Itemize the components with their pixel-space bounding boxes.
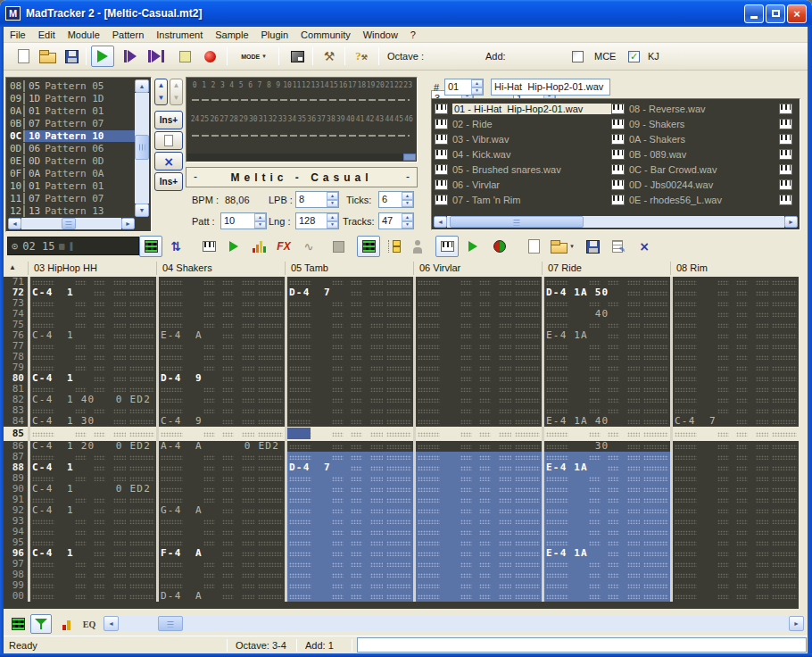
cell-t3-r97[interactable] bbox=[285, 559, 413, 570]
track-header-1[interactable]: 03 HipHop HH bbox=[34, 262, 97, 273]
menu-item-window[interactable]: Window bbox=[357, 29, 404, 41]
sample-list-row[interactable]: 06 - Virvlar0D - Jbs00244.wav bbox=[432, 177, 800, 192]
menu-item-sample[interactable]: Sample bbox=[209, 29, 254, 41]
piano-icon[interactable] bbox=[435, 195, 448, 205]
piano-icon[interactable] bbox=[779, 164, 792, 175]
cell-t4-r72[interactable] bbox=[413, 287, 542, 298]
spin-down-icon[interactable]: ▼ bbox=[402, 221, 413, 229]
cell-t4-r95[interactable] bbox=[413, 537, 542, 548]
cell-t5-r77[interactable] bbox=[542, 341, 670, 352]
cell-t3-r93[interactable] bbox=[285, 516, 413, 527]
spin-down-icon[interactable]: ▼ bbox=[327, 221, 338, 229]
cell-t4-r86[interactable] bbox=[413, 441, 542, 452]
cell-t4-r75[interactable] bbox=[413, 320, 542, 330]
piano-icon[interactable] bbox=[611, 164, 625, 175]
cell-t6-r74[interactable] bbox=[670, 309, 799, 320]
menu-item-community[interactable]: Community bbox=[294, 29, 357, 41]
maximize-button[interactable] bbox=[766, 4, 785, 23]
scroll-left-icon[interactable]: ◄ bbox=[8, 218, 21, 229]
cell-t5-r98[interactable] bbox=[542, 570, 670, 580]
ticks-value[interactable]: 6 bbox=[379, 192, 402, 207]
pattern-order-hscrollbar[interactable]: ◄ ► bbox=[8, 218, 135, 229]
sample-name-input[interactable]: Hi-Hat Hip-Hop2-01.wav bbox=[491, 79, 610, 96]
cell-t3-r85[interactable] bbox=[285, 427, 413, 441]
pattern-order-row[interactable]: 1107Pattern 07 bbox=[8, 192, 135, 204]
stop-button[interactable] bbox=[173, 46, 196, 67]
spin-up-icon[interactable]: ▲ bbox=[402, 213, 413, 221]
sample-item[interactable]: 08 - Reverse.wav bbox=[629, 104, 779, 114]
cell-t1-r99[interactable] bbox=[28, 580, 156, 591]
kj-checkbox[interactable]: ✓ bbox=[628, 46, 640, 67]
cell-t6-r91[interactable] bbox=[670, 495, 799, 505]
arrow-up-icon[interactable]: ▲ bbox=[158, 82, 165, 89]
cell-t5-r91[interactable] bbox=[542, 495, 670, 505]
cell-t5-r93[interactable] bbox=[542, 516, 670, 527]
cell-t6-r82[interactable] bbox=[670, 395, 799, 405]
spin-down-icon[interactable]: ▼ bbox=[254, 221, 266, 229]
close-button[interactable]: × bbox=[787, 4, 807, 23]
pattern-order-row[interactable]: 0F0APattern 0A bbox=[8, 167, 135, 179]
cell-t3-r80[interactable] bbox=[285, 373, 413, 384]
cell-t3-r72[interactable]: D-4 7 bbox=[285, 287, 413, 298]
cell-t4-r89[interactable] bbox=[413, 473, 542, 484]
pattern-order-row[interactable]: 0805Pattern 05 bbox=[8, 79, 135, 92]
cell-t1-r86[interactable]: C-4 1 20 0 ED2 bbox=[28, 441, 156, 452]
cell-t5-r81[interactable] bbox=[542, 384, 670, 395]
cell-t3-r99[interactable] bbox=[285, 580, 413, 591]
cell-t5-r80[interactable] bbox=[542, 373, 670, 384]
sample-list-row[interactable]: 07 - Tam 'n Rim0E - rhodes56_L.wav bbox=[432, 192, 800, 207]
cell-t4-r00[interactable] bbox=[413, 591, 542, 602]
sample-view-button[interactable] bbox=[435, 236, 459, 257]
cell-t2-r80[interactable]: D-4 9 bbox=[156, 373, 285, 384]
cell-t3-r75[interactable] bbox=[285, 320, 413, 330]
sample-number-spinner[interactable]: 01 ▲▼ bbox=[444, 79, 484, 96]
cell-t6-r90[interactable] bbox=[670, 484, 799, 495]
cell-t4-r80[interactable] bbox=[413, 373, 542, 384]
sample-list-row[interactable]: 02 - Ride09 - Shakers bbox=[432, 116, 800, 131]
cell-t2-r71[interactable] bbox=[156, 277, 285, 287]
piano-icon[interactable] bbox=[611, 149, 625, 160]
order-move-up-down[interactable]: ▲▼ bbox=[154, 79, 168, 105]
scroll-right-icon[interactable]: ► bbox=[784, 216, 798, 228]
cell-t5-r94[interactable] bbox=[542, 527, 670, 537]
cell-t6-r94[interactable] bbox=[670, 527, 799, 537]
cell-t2-r93[interactable] bbox=[156, 516, 285, 527]
cell-t6-r93[interactable] bbox=[670, 516, 799, 527]
cell-t4-r81[interactable] bbox=[413, 384, 542, 395]
tracks-value[interactable]: 47 bbox=[379, 213, 402, 229]
cell-t4-r93[interactable] bbox=[413, 516, 542, 527]
cell-t1-r85[interactable] bbox=[28, 427, 156, 441]
record-button[interactable] bbox=[198, 46, 221, 67]
track-header-6[interactable]: 08 Rim bbox=[676, 262, 708, 273]
color-swatch-button[interactable] bbox=[328, 236, 348, 257]
cell-t2-r97[interactable] bbox=[156, 559, 285, 570]
new-sample-button[interactable] bbox=[523, 236, 544, 257]
track-header-4[interactable]: 06 Virvlar bbox=[419, 262, 460, 273]
cell-t5-r76[interactable]: E-4 1A bbox=[542, 330, 670, 341]
levels-button[interactable] bbox=[248, 236, 269, 257]
track-header-5[interactable]: 07 Ride bbox=[548, 262, 582, 273]
open-module-button[interactable] bbox=[36, 46, 59, 67]
delete-order-button[interactable]: × bbox=[154, 152, 183, 170]
cell-t3-r88[interactable]: D-4 7 bbox=[285, 462, 413, 473]
cell-t3-r92[interactable] bbox=[285, 505, 413, 516]
piano-icon[interactable] bbox=[779, 104, 792, 114]
play-song-button[interactable] bbox=[145, 46, 168, 67]
cell-t3-r73[interactable] bbox=[285, 298, 413, 309]
sample-item[interactable]: 07 - Tam 'n Rim bbox=[452, 195, 611, 205]
pattern-order-vscrollbar[interactable]: ▲ ▼ bbox=[135, 79, 149, 217]
spin-down-icon[interactable]: ▼ bbox=[402, 200, 413, 208]
track-funnel-button[interactable] bbox=[30, 614, 52, 634]
editor-hscroll-thumb[interactable] bbox=[158, 616, 183, 631]
cell-t4-r92[interactable] bbox=[413, 505, 542, 516]
sample-item[interactable]: 0A - Shakers bbox=[629, 134, 779, 145]
cell-t6-r75[interactable] bbox=[670, 320, 799, 330]
cell-t2-r73[interactable] bbox=[156, 298, 285, 309]
cell-t2-r81[interactable] bbox=[156, 384, 285, 395]
cell-t5-r82[interactable] bbox=[542, 395, 670, 405]
instrument-editor-button[interactable] bbox=[198, 236, 220, 257]
title-bar[interactable]: M MadTracker 2 - [Meltic-Casual.mt2] × bbox=[0, 0, 812, 27]
track-header-2[interactable]: 04 Shakers bbox=[162, 262, 212, 273]
pattern-order-row[interactable]: 0E0DPattern 0D bbox=[8, 154, 135, 167]
hscroll-thumb[interactable] bbox=[450, 216, 584, 228]
